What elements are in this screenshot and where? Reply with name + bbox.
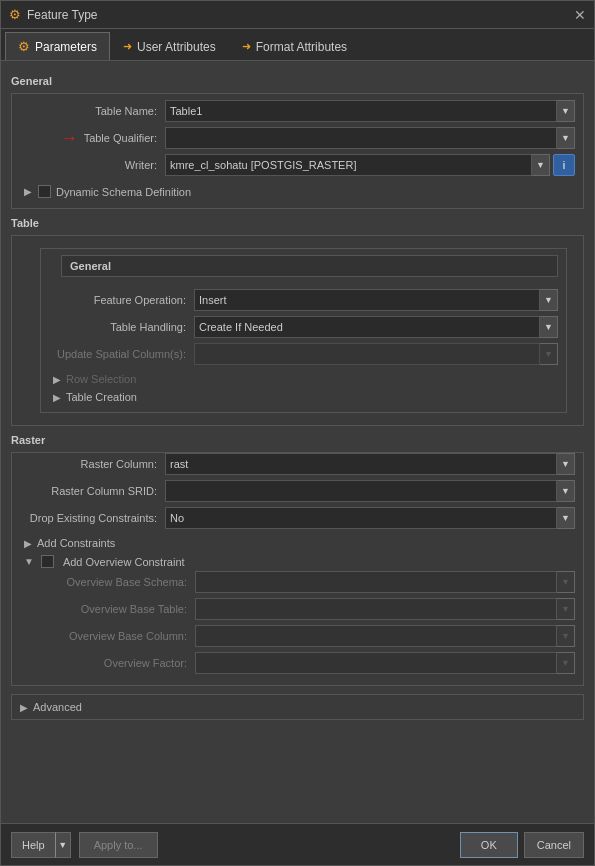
raster-column-srid-dropdown[interactable]: ▼ xyxy=(557,480,575,502)
add-constraints-label: Add Constraints xyxy=(37,537,115,549)
table-qualifier-label-text: Table Qualifier: xyxy=(84,132,157,144)
overview-base-column-row: Overview Base Column: ▼ xyxy=(50,625,575,647)
add-overview-constraint-row[interactable]: ▼ Add Overview Constraint xyxy=(20,552,575,571)
help-dropdown-button[interactable]: ▼ xyxy=(55,832,71,858)
add-overview-expand-icon: ▼ xyxy=(24,556,34,567)
drop-constraints-row: Drop Existing Constraints: No ▼ xyxy=(20,507,575,529)
help-button[interactable]: Help xyxy=(11,832,55,858)
overview-base-table-row: Overview Base Table: ▼ xyxy=(50,598,575,620)
title-bar-left: ⚙ Feature Type xyxy=(9,7,98,22)
raster-column-label: Raster Column: xyxy=(20,458,165,470)
update-spatial-input-group: ▼ xyxy=(194,343,558,365)
table-qualifier-input[interactable] xyxy=(165,127,557,149)
tab-parameters-label: Parameters xyxy=(35,40,97,54)
writer-info-button[interactable]: i xyxy=(553,154,575,176)
overview-base-column-dropdown: ▼ xyxy=(557,625,575,647)
advanced-expand: ▶ xyxy=(20,702,28,713)
writer-input-group: kmre_cl_sohatu [POSTGIS_RASTER] ▼ i xyxy=(165,154,575,176)
window-icon: ⚙ xyxy=(9,7,21,22)
tab-bar: ⚙ Parameters ➜ User Attributes ➜ Format … xyxy=(1,29,594,61)
table-creation-expand: ▶ xyxy=(53,392,61,403)
overview-base-column-label: Overview Base Column: xyxy=(50,630,195,642)
dynamic-schema-expand[interactable]: ▶ xyxy=(24,186,32,197)
title-bar: ⚙ Feature Type ✕ xyxy=(1,1,594,29)
advanced-section-box: ▶ Advanced xyxy=(11,694,584,720)
tab-format-attributes[interactable]: ➜ Format Attributes xyxy=(229,32,360,60)
apply-button[interactable]: Apply to... xyxy=(79,832,158,858)
raster-section-content: Raster Column: ▼ Raster Column SRID: ▼ xyxy=(12,453,583,685)
overview-base-table-input xyxy=(195,598,557,620)
tab-user-attributes-label: User Attributes xyxy=(137,40,216,54)
table-name-input[interactable] xyxy=(165,100,557,122)
feature-operation-input-group: Insert ▼ xyxy=(194,289,558,311)
advanced-label: Advanced xyxy=(33,701,82,713)
table-creation-label: Table Creation xyxy=(66,391,137,403)
tab-user-attributes[interactable]: ➜ User Attributes xyxy=(110,32,229,60)
table-name-dropdown[interactable]: ▼ xyxy=(557,100,575,122)
table-handling-row: Table Handling: Create If Needed ▼ xyxy=(49,316,558,338)
general-section-content: Table Name: ▼ → Table Qualifier: ▼ xyxy=(12,94,583,208)
add-constraints-row[interactable]: ▶ Add Constraints xyxy=(20,534,575,552)
overview-base-column-input xyxy=(195,625,557,647)
feature-operation-select[interactable]: Insert xyxy=(194,289,540,311)
ok-button[interactable]: OK xyxy=(460,832,518,858)
overview-base-schema-input xyxy=(195,571,557,593)
dynamic-schema-checkbox[interactable] xyxy=(38,185,51,198)
raster-column-srid-row: Raster Column SRID: ▼ xyxy=(20,480,575,502)
feature-operation-dropdown[interactable]: ▼ xyxy=(540,289,558,311)
advanced-row[interactable]: ▶ Advanced xyxy=(12,695,583,719)
dynamic-schema-checkbox-label[interactable]: Dynamic Schema Definition xyxy=(38,185,191,198)
raster-column-srid-input[interactable] xyxy=(165,480,557,502)
overview-factor-dropdown: ▼ xyxy=(557,652,575,674)
writer-dropdown-btn[interactable]: ▼ xyxy=(532,154,550,176)
overview-fields: Overview Base Schema: ▼ Overview Base Ta… xyxy=(50,571,575,674)
add-overview-checkbox[interactable] xyxy=(41,555,54,568)
tab-parameters[interactable]: ⚙ Parameters xyxy=(5,32,110,60)
bottom-bar: Help ▼ Apply to... OK Cancel xyxy=(1,823,594,865)
red-arrow-icon: → xyxy=(60,128,78,149)
table-name-row: Table Name: ▼ xyxy=(20,100,575,122)
table-general-inner-header: General xyxy=(61,255,558,277)
row-selection-row[interactable]: ▶ Row Selection xyxy=(49,370,558,388)
drop-constraints-select[interactable]: No xyxy=(165,507,557,529)
drop-constraints-dropdown[interactable]: ▼ xyxy=(557,507,575,529)
table-qualifier-row: → Table Qualifier: ▼ xyxy=(20,127,575,149)
close-button[interactable]: ✕ xyxy=(574,8,586,22)
overview-base-table-label: Overview Base Table: xyxy=(50,603,195,615)
table-handling-dropdown[interactable]: ▼ xyxy=(540,316,558,338)
update-spatial-row: Update Spatial Column(s): ▼ xyxy=(49,343,558,365)
overview-factor-input xyxy=(195,652,557,674)
main-window: ⚙ Feature Type ✕ ⚙ Parameters ➜ User Att… xyxy=(0,0,595,866)
overview-base-schema-row: Overview Base Schema: ▼ xyxy=(50,571,575,593)
table-general-inner: General Feature Operation: Insert ▼ xyxy=(40,248,567,413)
table-qualifier-label: → Table Qualifier: xyxy=(20,128,165,149)
window-title: Feature Type xyxy=(27,8,98,22)
add-overview-label: Add Overview Constraint xyxy=(63,556,185,568)
overview-factor-label: Overview Factor: xyxy=(50,657,195,669)
table-creation-row[interactable]: ▶ Table Creation xyxy=(49,388,558,406)
writer-label: Writer: xyxy=(20,159,165,171)
table-handling-input-group: Create If Needed ▼ xyxy=(194,316,558,338)
cancel-button[interactable]: Cancel xyxy=(524,832,584,858)
raster-column-srid-label: Raster Column SRID: xyxy=(20,485,165,497)
table-handling-select[interactable]: Create If Needed xyxy=(194,316,540,338)
overview-base-column-input-group: ▼ xyxy=(195,625,575,647)
overview-factor-input-group: ▼ xyxy=(195,652,575,674)
raster-column-input[interactable] xyxy=(165,453,557,475)
raster-section-header: Raster xyxy=(11,434,584,446)
right-buttons: OK Cancel xyxy=(460,832,584,858)
table-handling-label: Table Handling: xyxy=(49,321,194,333)
tab-user-attributes-icon: ➜ xyxy=(123,40,132,53)
table-section-content: General Feature Operation: Insert ▼ xyxy=(12,236,583,425)
tab-format-attributes-label: Format Attributes xyxy=(256,40,347,54)
raster-column-dropdown[interactable]: ▼ xyxy=(557,453,575,475)
overview-base-table-dropdown: ▼ xyxy=(557,598,575,620)
update-spatial-dropdown: ▼ xyxy=(540,343,558,365)
table-name-input-group: ▼ xyxy=(165,100,575,122)
add-constraints-expand: ▶ xyxy=(24,538,32,549)
writer-select[interactable]: kmre_cl_sohatu [POSTGIS_RASTER] xyxy=(165,154,532,176)
table-qualifier-dropdown[interactable]: ▼ xyxy=(557,127,575,149)
raster-column-input-group: ▼ xyxy=(165,453,575,475)
table-section-box: General Feature Operation: Insert ▼ xyxy=(11,235,584,426)
overview-base-schema-dropdown: ▼ xyxy=(557,571,575,593)
